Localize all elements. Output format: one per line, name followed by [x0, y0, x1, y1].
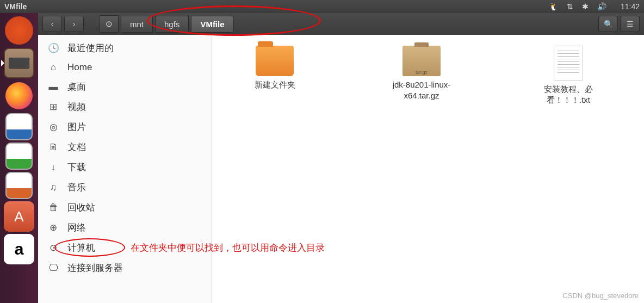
forward-button[interactable]: › — [64, 16, 84, 32]
text-file-icon — [554, 46, 583, 81]
sidebar-item-label: 图片 — [67, 121, 86, 133]
ubuntu-dash-icon[interactable] — [4, 15, 34, 46]
bluetooth-icon[interactable]: ✱ — [582, 2, 589, 11]
path-segment-hgfs[interactable]: hgfs — [155, 16, 189, 33]
file-manager-window: ‹ › ⊙ mnt hgfs VMfile 🔍 ☰ 🕓最近使用的 ⌂Home ▬… — [38, 13, 644, 303]
sidebar-item-label: Home — [67, 62, 92, 73]
annotation-text: 在文件夹中便可以找到，也可以用命令进入目录 — [131, 242, 325, 254]
sidebar-item-desktop[interactable]: ▬桌面 — [38, 77, 212, 97]
computer-icon: ⊙ — [48, 242, 59, 253]
folder-icon — [256, 46, 294, 76]
path-segment-mnt[interactable]: mnt — [121, 16, 153, 33]
sidebar-item-label: 连接到服务器 — [67, 262, 123, 274]
sidebar-item-music[interactable]: ♫音乐 — [38, 177, 212, 197]
sidebar-item-label: 文档 — [67, 141, 86, 153]
download-icon: ↓ — [48, 162, 59, 173]
home-icon: ⌂ — [48, 62, 59, 73]
back-button[interactable]: ‹ — [42, 16, 62, 32]
amazon-icon[interactable]: a — [4, 234, 34, 264]
sidebar-item-label: 桌面 — [67, 81, 86, 93]
toolbar: ‹ › ⊙ mnt hgfs VMfile 🔍 ☰ — [38, 13, 644, 35]
path-root-icon[interactable]: ⊙ — [99, 15, 119, 33]
sidebar-item-pictures[interactable]: ◎图片 — [38, 117, 212, 137]
file-item-folder[interactable]: 新建文件夹 — [234, 46, 315, 90]
launcher-dock: A a — [0, 13, 38, 303]
file-grid[interactable]: 新建文件夹 tar.gz jdk-8u201-linux-x64.tar.gz … — [212, 35, 644, 303]
clock-icon: 🕓 — [48, 42, 59, 54]
network-icon[interactable]: ⇅ — [567, 2, 573, 11]
watermark: CSDN @bug_stevedore — [562, 292, 639, 300]
file-label: 新建文件夹 — [255, 79, 295, 90]
writer-icon[interactable] — [5, 113, 33, 140]
file-item-archive[interactable]: tar.gz jdk-8u201-linux-x64.tar.gz — [381, 46, 462, 101]
sidebar-item-label: 计算机 — [67, 242, 95, 254]
view-menu-button[interactable]: ☰ — [620, 16, 640, 32]
video-icon: ⊞ — [48, 101, 59, 113]
content-area: 🕓最近使用的 ⌂Home ▬桌面 ⊞视频 ◎图片 🗎文档 ↓下载 ♫音乐 🗑回收… — [38, 35, 644, 303]
sidebar-item-home[interactable]: ⌂Home — [38, 58, 212, 77]
server-icon: 🖵 — [48, 263, 59, 274]
camera-icon: ◎ — [48, 121, 59, 133]
document-icon: 🗎 — [48, 142, 59, 153]
clock[interactable]: 11:42 — [621, 2, 640, 11]
sidebar-item-recent[interactable]: 🕓最近使用的 — [38, 38, 212, 58]
sidebar-item-label: 下载 — [67, 161, 86, 174]
file-label: jdk-8u201-linux-x64.tar.gz — [381, 79, 462, 101]
sidebar-item-documents[interactable]: 🗎文档 — [38, 137, 212, 157]
sidebar-item-downloads[interactable]: ↓下载 — [38, 157, 212, 177]
sidebar-item-label: 网络 — [67, 221, 86, 234]
search-button[interactable]: 🔍 — [598, 16, 618, 32]
top-panel: VMfile 🐧 ⇅ ✱ 🔊 11:42 — [0, 0, 644, 13]
path-segment-vmfile[interactable]: VMfile — [191, 16, 233, 33]
sidebar-item-label: 视频 — [67, 101, 86, 113]
firefox-icon[interactable] — [4, 81, 34, 111]
sidebar-item-label: 音乐 — [67, 181, 86, 194]
software-center-icon[interactable]: A — [4, 201, 34, 232]
sidebar-item-label: 回收站 — [67, 201, 95, 214]
sidebar-item-trash[interactable]: 🗑回收站 — [38, 197, 212, 218]
calc-icon[interactable] — [5, 143, 33, 170]
volume-icon[interactable]: 🔊 — [597, 2, 606, 11]
impress-icon[interactable] — [5, 172, 33, 199]
network-icon: ⊕ — [48, 222, 59, 233]
sidebar-item-label: 最近使用的 — [67, 42, 114, 54]
sidebar-item-videos[interactable]: ⊞视频 — [38, 97, 212, 117]
files-app-icon[interactable] — [4, 48, 34, 78]
file-item-text[interactable]: 安装教程、必看！！！.txt — [528, 46, 609, 105]
archive-icon: tar.gz — [403, 46, 441, 76]
file-label: 安装教程、必看！！！.txt — [528, 84, 609, 105]
desktop-icon: ▬ — [48, 82, 59, 92]
music-icon: ♫ — [48, 182, 59, 193]
places-sidebar: 🕓最近使用的 ⌂Home ▬桌面 ⊞视频 ◎图片 🗎文档 ↓下载 ♫音乐 🗑回收… — [38, 35, 212, 303]
window-title: VMfile — [4, 2, 27, 11]
system-tray: 🐧 ⇅ ✱ 🔊 11:42 — [549, 2, 640, 11]
sidebar-item-connect-server[interactable]: 🖵连接到服务器 — [38, 258, 212, 278]
penguin-icon[interactable]: 🐧 — [549, 2, 558, 11]
sidebar-item-network[interactable]: ⊕网络 — [38, 218, 212, 238]
trash-icon: 🗑 — [48, 202, 59, 213]
